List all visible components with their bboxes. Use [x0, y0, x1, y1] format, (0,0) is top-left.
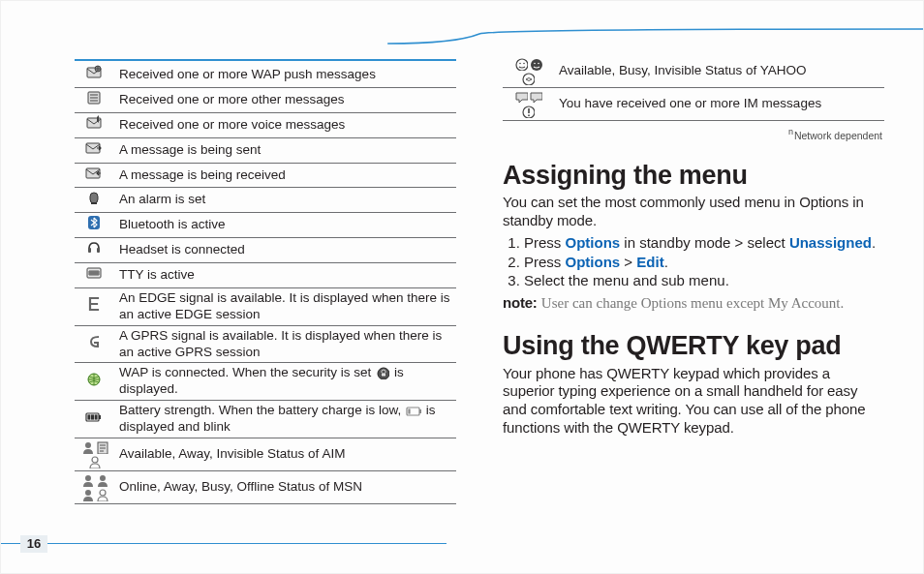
battery-icon [85, 409, 103, 425]
icon-description: You have received one or more IM message… [553, 88, 884, 121]
icon-description: A GPRS signal is available. It is displa… [113, 325, 456, 363]
table-row: An alarm is set [75, 188, 456, 213]
table-row: A GPRS signal is available. It is displa… [75, 325, 456, 363]
icon-description: Received one or more voice messages [113, 112, 456, 137]
aim-status-icons [77, 440, 110, 468]
voice-message-icon [86, 115, 102, 131]
table-row: A message is being received [75, 163, 456, 188]
tty-icon [86, 265, 102, 281]
icon-description: Battery strength. When the battery charg… [113, 401, 456, 438]
table-row: Received one or more other messages [75, 87, 456, 112]
icon-description: A message is being sent [113, 137, 456, 163]
heading-qwerty: Using the QWERTY key pad [503, 330, 884, 363]
content-columns: Received one or more WAP push messages R… [75, 59, 884, 534]
table-row: Received one or more voice messages [75, 112, 456, 137]
table-row: An EDGE signal is available. It is displ… [75, 287, 456, 325]
icon-description: Headset is connected [113, 238, 456, 263]
im-message-icons [511, 90, 544, 118]
heading-assigning-menu: Assigning the menu [503, 160, 884, 193]
icon-description: WAP is connected. When the security is s… [113, 363, 456, 401]
table-row: Online, Away, Busy, Offline Status of MS… [75, 470, 456, 503]
table-row: A message is being sent [75, 137, 456, 163]
wap-push-message-icon [86, 65, 102, 80]
table-row: Bluetooth is active [75, 213, 456, 238]
icon-description: An alarm is set [113, 188, 456, 213]
top-divider [1, 28, 923, 57]
message-receiving-icon [85, 166, 103, 181]
table-row: TTY is active [75, 263, 456, 288]
footer-rule [1, 543, 447, 544]
left-column: Received one or more WAP push messages R… [75, 59, 456, 534]
gprs-icon [86, 334, 102, 349]
page-number: 16 [20, 535, 47, 553]
icon-description: Available, Away, Invisible Status of AIM [113, 438, 456, 470]
icon-description: Bluetooth is active [113, 213, 456, 238]
status-icons-table-right: Available, Busy, Invisible Status of YAH… [503, 55, 884, 121]
table-row: Available, Away, Invisible Status of AIM [75, 438, 456, 470]
qwerty-body: Your phone has QWERTY keypad which provi… [503, 365, 884, 438]
edge-icon [86, 296, 102, 312]
assign-steps: Press Options in standby mode > select U… [503, 234, 884, 290]
table-row: Available, Busy, Invisible Status of YAH… [503, 55, 884, 88]
manual-page: Received one or more WAP push messages R… [0, 0, 924, 574]
icon-description: Online, Away, Busy, Offline Status of MS… [113, 470, 456, 503]
table-row: WAP is connected. When the security is s… [75, 363, 456, 401]
icon-description: A message is being received [113, 163, 456, 188]
other-message-icon [86, 90, 102, 106]
network-dependent-note: nNetwork dependent [503, 127, 882, 142]
step-2: Press Options > Edit. [524, 254, 884, 272]
step-1: Press Options in standby mode > select U… [524, 234, 884, 253]
table-row: You have received one or more IM message… [503, 88, 884, 121]
step-3: Select the menu and sub menu. [524, 272, 884, 290]
alarm-icon [86, 190, 102, 205]
icon-description: Received one or more WAP push messages [113, 63, 456, 87]
wap-connected-icon [86, 372, 102, 387]
yahoo-status-icons [511, 57, 544, 85]
message-sending-icon [85, 140, 103, 156]
assign-intro: You can set the most commonly used menu … [503, 194, 884, 230]
icon-description: Available, Busy, Invisible Status of YAH… [553, 55, 884, 88]
table-row: Headset is connected [75, 238, 456, 263]
bluetooth-icon [86, 215, 102, 230]
msn-status-icons [77, 473, 110, 501]
assign-note: note: User can change Options menu excep… [503, 294, 884, 313]
right-column: Available, Busy, Invisible Status of YAH… [503, 59, 884, 534]
table-row: Received one or more WAP push messages [75, 63, 456, 87]
status-icons-table: Received one or more WAP push messages R… [75, 63, 456, 504]
icon-description: TTY is active [113, 263, 456, 288]
headset-icon [86, 240, 102, 256]
battery-low-icon [406, 404, 421, 417]
table-row: Battery strength. When the battery charg… [75, 401, 456, 438]
table-top-rule [75, 59, 456, 61]
icon-description: An EDGE signal is available. It is displ… [113, 287, 456, 325]
icon-description: Received one or more other messages [113, 87, 456, 112]
wap-secure-icon [376, 366, 389, 379]
